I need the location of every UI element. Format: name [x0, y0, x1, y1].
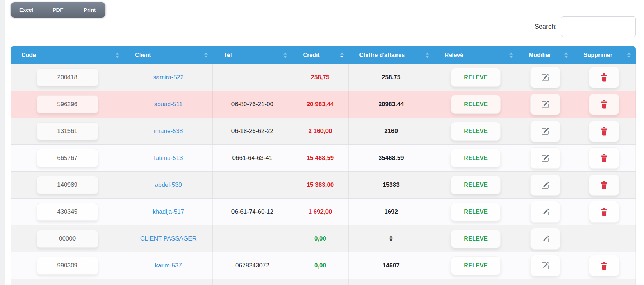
pencil-square-icon — [541, 101, 549, 108]
chiffre-affaires-value: 258.75 — [382, 74, 400, 81]
pdf-button[interactable]: PDF — [42, 2, 74, 18]
trash-icon — [601, 100, 608, 109]
client-code-pill: 990309 — [37, 257, 98, 275]
table-body: 200418 samira-522 258,75 258.75 RELEVE — [11, 64, 636, 279]
chiffre-affaires-value: 20983.44 — [379, 101, 404, 108]
edit-button[interactable] — [530, 255, 560, 276]
table-row-partial — [11, 279, 636, 285]
credit-value: 0,00 — [314, 235, 326, 242]
edit-button[interactable] — [530, 201, 560, 223]
table-row: 131561 imane-538 06-18-26-62-22 2 160,00… — [11, 118, 636, 145]
chiffre-affaires-value: 14607 — [382, 262, 399, 269]
releve-button[interactable]: RELEVE — [451, 122, 501, 141]
client-code-pill: 665767 — [37, 149, 98, 167]
delete-button[interactable] — [589, 94, 619, 115]
column-header-client[interactable]: Client — [124, 46, 213, 64]
column-header-code[interactable]: Code — [11, 46, 124, 64]
releve-button[interactable]: RELEVE — [451, 176, 501, 194]
column-header-label: Tél — [224, 52, 232, 58]
trash-icon — [601, 208, 608, 216]
table-row: 200418 samira-522 258,75 258.75 RELEVE — [11, 64, 636, 91]
column-header-label: Credit — [303, 52, 319, 58]
delete-button[interactable] — [589, 120, 619, 142]
pencil-square-icon — [541, 208, 549, 216]
client-phone: 06-80-76-21-00 — [231, 101, 273, 108]
delete-button[interactable] — [589, 67, 619, 88]
client-code-pill: 140989 — [37, 176, 98, 194]
credit-value: 1 692,00 — [308, 208, 332, 215]
column-header-modifier[interactable]: Modifier — [518, 46, 573, 64]
releve-button[interactable]: RELEVE — [451, 203, 501, 221]
client-phone: 0661-64-63-41 — [232, 155, 273, 162]
table-header-row: Code Client Tél Credit Chiffre d'affaire… — [11, 46, 636, 64]
column-header-t-l[interactable]: Tél — [213, 46, 292, 64]
column-header-chiffre-d-affaires[interactable]: Chiffre d'affaires — [349, 46, 434, 64]
edit-button[interactable] — [530, 94, 560, 115]
edit-button[interactable] — [530, 174, 560, 196]
client-code-pill: 596296 — [37, 95, 98, 113]
trash-icon — [601, 127, 608, 136]
excel-button[interactable]: Excel — [11, 2, 42, 18]
chiffre-affaires-value: 15383 — [382, 181, 399, 189]
column-header-relev-[interactable]: Relevé — [434, 46, 518, 64]
edit-button[interactable] — [530, 120, 560, 142]
trash-icon — [601, 262, 608, 270]
column-header-label: Client — [135, 52, 151, 58]
releve-button[interactable]: RELEVE — [451, 256, 501, 275]
delete-button[interactable] — [589, 174, 619, 196]
sort-arrows-icon — [340, 52, 344, 58]
column-header-label: Chiffre d'affaires — [359, 52, 405, 58]
search-label: Search: — [535, 23, 557, 30]
pencil-square-icon — [541, 155, 549, 162]
trash-icon — [601, 73, 608, 82]
credit-value: 20 983,44 — [307, 101, 334, 108]
client-name-link[interactable]: imane-538 — [154, 128, 183, 135]
credit-value: 0,00 — [314, 262, 326, 269]
column-header-label: Supprimer — [584, 52, 612, 58]
client-name-link[interactable]: CLIENT PASSAGER — [140, 235, 197, 242]
client-name-link[interactable]: samira-522 — [153, 74, 184, 81]
table-row: 430345 khadija-517 06-61-74-60-12 1 692,… — [11, 199, 636, 225]
table-row: 140989 abdel-539 15 383,00 15383 RELEVE — [11, 172, 636, 199]
edit-button[interactable] — [530, 67, 560, 88]
pencil-square-icon — [541, 128, 549, 135]
client-phone: 0678243072 — [235, 262, 269, 269]
client-code-pill: 00000 — [37, 230, 98, 248]
edit-button[interactable] — [530, 228, 560, 250]
releve-button[interactable]: RELEVE — [451, 68, 501, 87]
edit-button[interactable] — [530, 147, 560, 169]
search-input[interactable] — [561, 16, 636, 37]
column-header-label: Relevé — [445, 52, 464, 58]
releve-button[interactable]: RELEVE — [451, 149, 501, 167]
column-header-supprimer[interactable]: Supprimer — [573, 46, 636, 64]
trash-icon — [601, 154, 608, 162]
sort-arrows-icon — [116, 52, 119, 58]
releve-button[interactable]: RELEVE — [451, 95, 501, 114]
sort-arrows-icon — [204, 52, 208, 58]
releve-button[interactable]: RELEVE — [451, 229, 501, 248]
page-left-gutter — [0, 0, 5, 285]
client-name-link[interactable]: abdel-539 — [155, 181, 182, 189]
chiffre-affaires-value: 2160 — [384, 128, 398, 135]
client-code-pill: 200418 — [37, 68, 98, 86]
pencil-square-icon — [541, 74, 549, 81]
client-name-link[interactable]: fatima-513 — [154, 155, 183, 162]
table-row: 00000 CLIENT PASSAGER 0,00 0 RELEVE — [11, 225, 636, 252]
client-name-link[interactable]: souad-511 — [154, 101, 183, 108]
print-button[interactable]: Print — [74, 2, 105, 18]
client-name-link[interactable]: karim-537 — [155, 262, 182, 269]
column-header-credit[interactable]: Credit — [292, 46, 348, 64]
credit-value: 2 160,00 — [308, 128, 332, 135]
credit-value: 15 468,59 — [307, 155, 334, 162]
pencil-square-icon — [541, 181, 549, 189]
pencil-square-icon — [541, 235, 549, 243]
table-row: 665767 fatima-513 0661-64-63-41 15 468,5… — [11, 145, 636, 172]
search-bar: Search: — [535, 16, 636, 37]
delete-button[interactable] — [589, 255, 619, 276]
pencil-square-icon — [541, 262, 549, 270]
delete-button[interactable] — [589, 147, 619, 169]
trash-icon — [601, 181, 608, 189]
delete-button[interactable] — [589, 201, 619, 223]
client-name-link[interactable]: khadija-517 — [152, 208, 184, 215]
sort-arrows-icon — [509, 52, 513, 58]
